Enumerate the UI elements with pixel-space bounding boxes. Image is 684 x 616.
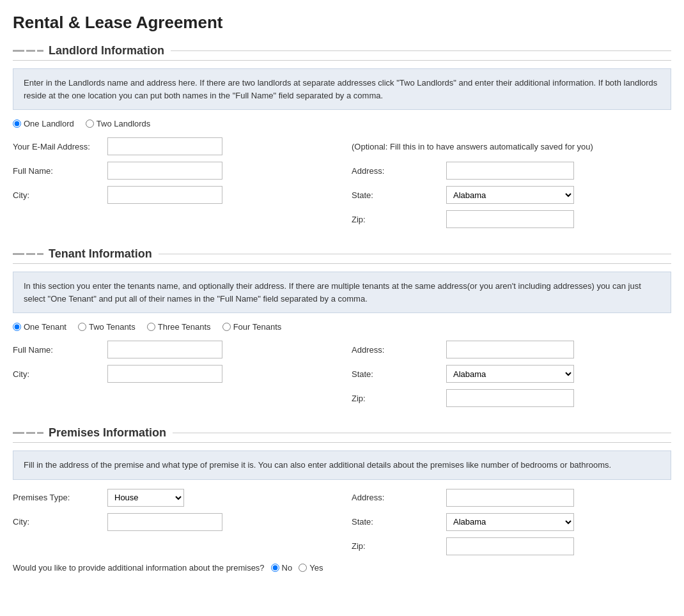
yes-additional-label: Yes [309,563,323,573]
premises-state-label: State: [352,517,441,527]
premises-section-header: Premises Information [13,426,671,443]
tenant-header-decoration [13,253,43,255]
landlord-city-input[interactable] [107,186,222,204]
landlord-state-select[interactable]: Alabama Alaska Arizona Arkansas Californ… [446,186,574,204]
header-line-2 [26,50,35,52]
premises-zip-input[interactable] [446,537,574,555]
four-tenants-option[interactable]: Four Tenants [222,322,282,332]
landlord-form-grid: Your E-Mail Address: Full Name: City: (O… [13,137,671,228]
premises-type-select[interactable]: House Apartment Condo Townhouse Commerci… [107,489,184,507]
tenant-fullname-input[interactable] [107,341,222,358]
landlord-city-label: City: [13,190,102,200]
premises-header-decoration [13,432,43,434]
tenant-header-line-2 [26,253,35,255]
premises-section: Premises Information Fill in the address… [13,426,671,573]
premises-address-row: Address: [352,489,671,507]
premises-city-input[interactable] [107,513,222,531]
tenant-section: Tenant Information In this section you e… [13,247,671,407]
header-line-1 [13,50,24,52]
landlord-address-input[interactable] [446,162,574,180]
tenant-fullname-label: Full Name: [13,345,102,355]
optional-note-row: (Optional: Fill this in to have answers … [352,137,671,155]
landlord-fullname-input[interactable] [107,162,222,180]
one-landlord-label: One Landlord [24,119,74,128]
tenant-header-rule [159,254,671,254]
email-input[interactable] [107,137,222,155]
additional-question-text: Would you like to provide additional inf… [13,563,265,573]
premises-section-title: Premises Information [49,426,166,440]
yes-additional-radio[interactable] [299,564,307,572]
tenant-zip-label: Zip: [352,394,441,403]
landlord-address-row: Address: [352,162,671,180]
premises-address-input[interactable] [446,489,574,507]
premises-zip-row: Zip: [352,537,671,555]
tenant-form-grid: Full Name: City: Address: State: Alabam [13,341,671,407]
three-tenants-label: Three Tenants [158,322,211,332]
landlord-fullname-row: Full Name: [13,162,332,180]
premises-state-row: State: Alabama Alaska Arizona [352,513,671,531]
one-tenant-option[interactable]: One Tenant [13,322,66,332]
premises-city-label: City: [13,517,102,527]
tenant-zip-input[interactable] [446,389,574,407]
email-row: Your E-Mail Address: [13,137,332,155]
landlord-info-box: Enter in the Landlords name and address … [13,68,671,110]
landlord-address-label: Address: [352,166,441,176]
landlord-zip-label: Zip: [352,215,441,224]
four-tenants-radio[interactable] [222,323,231,331]
tenant-address-label: Address: [352,345,441,355]
premises-state-select[interactable]: Alabama Alaska Arizona [446,513,574,531]
premises-header-line-2 [26,432,35,434]
landlord-header-rule [171,50,671,51]
yes-additional-option[interactable]: Yes [299,563,323,573]
landlord-zip-input[interactable] [446,210,574,228]
tenant-left-col: Full Name: City: [13,341,332,407]
two-tenants-radio[interactable] [78,323,86,331]
tenant-info-box: In this section you enter the tenants na… [13,272,671,313]
premises-header-line-1 [13,432,24,434]
one-landlord-radio[interactable] [13,119,21,128]
tenant-fullname-row: Full Name: [13,341,332,358]
premises-type-label: Premises Type: [13,493,102,502]
no-additional-radio[interactable] [271,564,279,572]
two-landlords-option[interactable]: Two Landlords [86,119,151,128]
three-tenants-option[interactable]: Three Tenants [147,322,211,332]
landlord-section-header: Landlord Information [13,44,671,61]
one-tenant-radio[interactable] [13,323,21,331]
header-line-3 [37,50,43,52]
landlord-section: Landlord Information Enter in the Landlo… [13,44,671,228]
tenant-header-line-1 [13,253,24,255]
tenant-city-row: City: [13,365,332,383]
tenant-city-label: City: [13,369,102,379]
premises-left-col: Premises Type: House Apartment Condo Tow… [13,489,332,555]
tenant-right-col: Address: State: Alabama Alaska Arizona Z… [352,341,671,407]
premises-form-grid: Premises Type: House Apartment Condo Tow… [13,489,671,555]
one-tenant-label: One Tenant [24,322,66,332]
premises-header-line-3 [37,432,43,434]
landlord-state-label: State: [352,190,441,200]
landlord-city-row: City: [13,186,332,204]
landlord-section-title: Landlord Information [49,44,164,58]
tenant-state-row: State: Alabama Alaska Arizona [352,365,671,383]
no-additional-option[interactable]: No [271,563,293,573]
tenant-header-line-3 [37,253,43,255]
tenant-address-row: Address: [352,341,671,358]
three-tenants-radio[interactable] [147,323,155,331]
landlord-left-col: Your E-Mail Address: Full Name: City: [13,137,332,228]
tenant-address-input[interactable] [446,341,574,358]
two-tenants-option[interactable]: Two Tenants [78,322,136,332]
premises-city-row: City: [13,513,332,531]
tenant-zip-row: Zip: [352,389,671,407]
landlord-state-row: State: Alabama Alaska Arizona Arkansas C… [352,186,671,204]
one-landlord-option[interactable]: One Landlord [13,119,74,128]
premises-zip-label: Zip: [352,541,441,551]
tenant-state-label: State: [352,369,441,379]
tenant-state-select[interactable]: Alabama Alaska Arizona [446,365,574,383]
landlord-zip-row: Zip: [352,210,671,228]
landlord-right-col: (Optional: Fill this in to have answers … [352,137,671,228]
email-label: Your E-Mail Address: [13,142,102,151]
premises-address-label: Address: [352,493,441,502]
two-landlords-radio[interactable] [86,119,94,128]
header-decoration [13,50,43,52]
tenant-city-input[interactable] [107,365,222,383]
premises-right-col: Address: State: Alabama Alaska Arizona Z… [352,489,671,555]
